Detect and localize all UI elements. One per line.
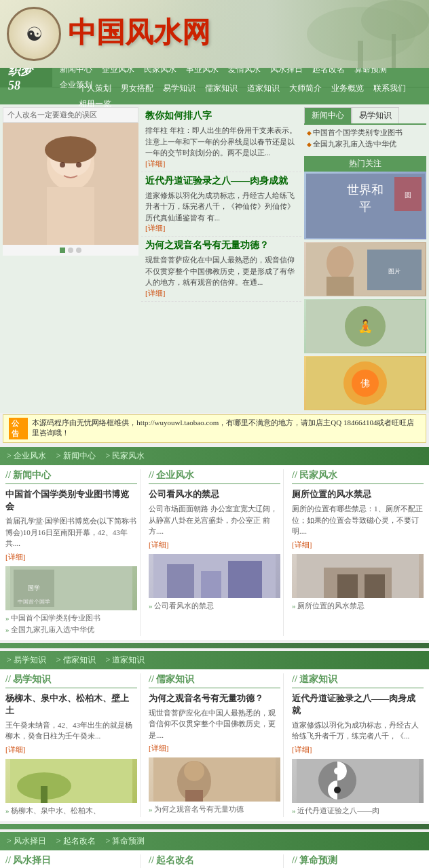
- svg-text:🧘: 🧘: [358, 319, 373, 334]
- svg-text:世界和: 世界和: [347, 183, 384, 197]
- dot-2[interactable]: [68, 248, 73, 253]
- sec-nav-rujia[interactable]: 儒家知识: [56, 654, 96, 666]
- article-1-text: 排年柱 年柱：即人出生的年份用干支来表示。注意上一年和下一年的分界线是以春节还是…: [145, 125, 297, 159]
- nav-personal[interactable]: 个人策划: [75, 81, 115, 96]
- nav-match[interactable]: 男女搭配: [117, 81, 157, 96]
- sec-nav-fortune[interactable]: 算命预测: [106, 835, 145, 847]
- enterprise-sub-link[interactable]: 公司看风水的禁忌: [149, 601, 280, 611]
- notice-bar: 公告 本源码程序由无忧网络框维供，http://wuyouwl.taobao.c…: [3, 414, 426, 443]
- col-zeri-title: 风水择日: [5, 854, 137, 869]
- nav-service[interactable]: 业务概览: [327, 81, 368, 96]
- news-main-title[interactable]: 中国首个国学类别专业图书博览会: [5, 488, 137, 513]
- daojia-detail[interactable]: [详细]: [292, 745, 312, 753]
- rujia-main-title[interactable]: 为何之观音名号有无量功德？: [149, 692, 280, 705]
- svg-rect-46: [185, 790, 203, 802]
- home-main-title[interactable]: 厕所位置的风水禁忌: [292, 488, 424, 500]
- three-col-1: 新闻中心 中国首个国学类别专业图书博览会 首届孔学堂·国学图书博览会(以下简称书…: [0, 465, 429, 640]
- rujia-sub-link[interactable]: 为何之观音名号有无量功德: [149, 804, 280, 814]
- col-naming: 起名改名 个人改名一定要避免的误区 很多人都喜欢、但是有不少人的名字在邮取或，但…: [146, 854, 284, 869]
- article-2-text: 道家修炼以羽化为成功标志，丹经古人给练飞升者十万，练完者八千，《神仙传》列仙传》…: [145, 190, 297, 224]
- hot-image-2: 图片: [304, 242, 426, 296]
- enterprise-main-title[interactable]: 公司看风水的禁忌: [149, 488, 280, 500]
- svg-rect-34: [201, 571, 221, 598]
- right-news-2[interactable]: 全国九家孔庙入选'中华优: [307, 139, 424, 149]
- tab-yixue[interactable]: 易学知识: [352, 107, 399, 123]
- col-fortune: 算命预测 教你如何排八字 排年柱 年柱：即人出生的年份用干支来表示。注意上一年和…: [289, 854, 426, 869]
- sec-nav-yixue[interactable]: 易学知识: [7, 654, 46, 666]
- nav-master[interactable]: 大师简介: [285, 81, 326, 96]
- news-sub-link-1[interactable]: 中国首个国学类别专业图书: [5, 613, 137, 623]
- svg-text:圆: 圆: [405, 191, 411, 199]
- article-2: 近代丹道证验录之八——肉身成就 道家修炼以羽化为成功标志，丹经古人给练飞升者十万…: [141, 172, 301, 237]
- home-detail[interactable]: [详细]: [292, 540, 312, 549]
- svg-text:图片: 图片: [388, 268, 400, 275]
- nav-rujia[interactable]: 儒家知识: [201, 81, 242, 96]
- svg-point-45: [184, 761, 204, 781]
- nav-daojia[interactable]: 道家知识: [243, 81, 284, 96]
- tab-news[interactable]: 新闻中心: [304, 107, 352, 123]
- notice-label: 公告: [9, 418, 28, 439]
- enterprise-detail[interactable]: [详细]: [149, 540, 168, 549]
- svg-text:中国首个国学: 中国首个国学: [18, 599, 50, 605]
- sec-nav-naming[interactable]: 起名改名: [56, 835, 96, 847]
- news-sub-link-2[interactable]: 全国九家孔庙入选'中华优: [5, 625, 137, 635]
- header-logo: ☯: [7, 7, 61, 61]
- news-detail-link[interactable]: [详细]: [5, 553, 25, 561]
- article-3-title[interactable]: 为何之观音名号有无量功德？: [145, 239, 297, 252]
- hot-section: 热门关注 世界和 平 圆 图片: [304, 156, 426, 410]
- dot-3[interactable]: [76, 248, 81, 253]
- article-2-more[interactable]: [详细]: [145, 224, 165, 232]
- hot-image-1: 世界和 平 圆: [304, 172, 426, 239]
- right-news-1[interactable]: 中国首个国学类别专业图书: [307, 127, 424, 138]
- banner-header-text: 个人改名一定要避免的误区: [7, 111, 97, 119]
- sec-nav-daojia[interactable]: 道家知识: [106, 654, 145, 666]
- svg-rect-43: [153, 757, 276, 802]
- col-enterprise: 企业风水 公司看风水的禁忌 公司市场面面朝路 办公室宜宽大辽阔，从静富八卦在兑宫…: [146, 469, 284, 636]
- svg-rect-47: [297, 759, 419, 803]
- nav-bar-2: 个人策划 男女搭配 易学知识 儒家知识 道家知识 大师简介 业务概览 联系我们 …: [0, 87, 429, 104]
- home-sub-link[interactable]: 厕所位置的风水禁忌: [292, 601, 424, 611]
- article-2-title[interactable]: 近代丹道证验录之八——肉身成就: [145, 175, 297, 187]
- three-col-3: 风水择日 如何人为地改变命运（正确选择到） 几乎每天都有朋友问我：人的命运是不是…: [0, 850, 429, 869]
- notice-text: 本源码程序由无忧网络框维供，http://wuyouwl.taobao.com，…: [32, 418, 420, 439]
- svg-rect-7: [47, 187, 94, 245]
- col-zeri: 风水择日 如何人为地改变命运（正确选择到） 几乎每天都有朋友问我：人的命运是不是…: [3, 854, 141, 869]
- sec-nav-择日[interactable]: 风水择日: [7, 835, 46, 847]
- col-news-title: 新闻中心: [5, 469, 137, 484]
- news-image: 国学 中国首个国学: [5, 566, 137, 610]
- dot-1[interactable]: [60, 248, 65, 253]
- article-1-more[interactable]: [详细]: [145, 159, 165, 167]
- col-news: 新闻中心 中国首个国学类别专业图书博览会 首届孔学堂·国学图书博览会(以下简称书…: [3, 469, 141, 636]
- svg-point-10: [76, 162, 81, 167]
- section-nav-3: 风水择日 起名改名 算命预测: [0, 832, 429, 850]
- yixue-sub-link[interactable]: 杨柳木、泉中水、松柏木、: [5, 806, 137, 816]
- sec-nav-enterprise[interactable]: 企业风水: [7, 450, 46, 462]
- col-home: 民家风水 厕所位置的风水禁忌 厕所的位置有哪些禁忌：1、厕所不配正位；如果的位置…: [289, 469, 426, 636]
- home-main-text: 厕所的位置有哪些禁忌：1、厕所不配正位；如果的位置会导致磁心灵，不要订明....: [292, 503, 424, 537]
- sec-nav-home[interactable]: 民家风水: [106, 450, 145, 462]
- header: ☯ 中国风水网: [0, 0, 429, 68]
- daojia-main-title[interactable]: 近代丹道证验录之八——肉身成就: [292, 692, 424, 717]
- nav-contact[interactable]: 联系我们: [369, 81, 410, 96]
- separator-1: [0, 643, 429, 648]
- yixue-main-title[interactable]: 杨柳木、泉中水、松柏木、壁上土: [5, 692, 137, 717]
- sec-nav-news[interactable]: 新闻中心: [56, 450, 96, 462]
- col-daojia: 道家知识 近代丹道证验录之八——肉身成就 道家修炼以羽化为成功标志，丹经古人给练…: [289, 673, 426, 817]
- three-col-2: 易学知识 杨柳木、泉中水、松柏木、壁上土 王午癸未纳音，42、43年出生的就是杨…: [0, 669, 429, 821]
- svg-rect-39: [365, 574, 385, 598]
- article-3-more[interactable]: [详细]: [145, 289, 165, 297]
- hot-image-3: 🧘: [304, 299, 426, 353]
- article-1-title[interactable]: 教你如何排八字: [145, 110, 297, 122]
- yixue-image: [5, 759, 137, 803]
- yixue-detail[interactable]: [详细]: [5, 745, 25, 753]
- article-3: 为何之观音名号有无量功德？ 现世音菩萨应化在中国人最熟悉的，观音信仰不仅贯穿整个…: [141, 237, 301, 302]
- nav-links-row2: 个人策划 男女搭配 易学知识 儒家知识 道家知识 大师简介 业务概览 联系我们 …: [0, 81, 429, 111]
- nav-yixue[interactable]: 易学知识: [159, 81, 200, 96]
- rujia-detail[interactable]: [详细]: [149, 744, 168, 752]
- daojia-sub-link[interactable]: 近代丹道证验之八——肉: [292, 806, 424, 816]
- header-decoration: [225, 0, 429, 68]
- hot-image-4: 佛: [304, 356, 426, 410]
- col-enterprise-title: 企业风水: [149, 469, 280, 484]
- site-title: 中国风水网: [68, 14, 210, 52]
- col-rujia-title: 儒家知识: [149, 673, 280, 688]
